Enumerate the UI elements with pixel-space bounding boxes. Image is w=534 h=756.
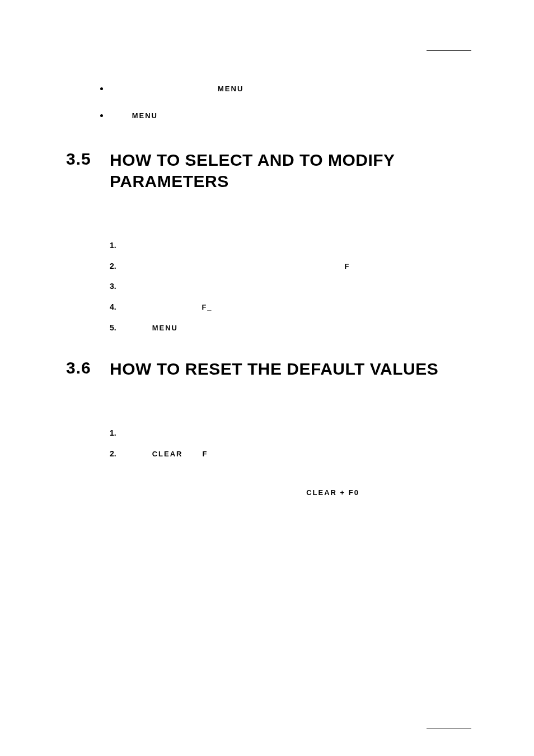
- section-title: HOW TO SELECT AND TO MODIFY PARAMETERS: [110, 150, 471, 192]
- text: To reset ALL the parameters of the selec…: [110, 488, 306, 497]
- section-number: 3.6: [66, 358, 110, 380]
- text: Scroll the list of parameters using the …: [130, 262, 345, 270]
- reset-all-note: To reset ALL the parameters of the selec…: [110, 485, 471, 500]
- text: then: [182, 449, 202, 458]
- document-page: To go back one level press the MENU key.…: [0, 0, 534, 756]
- text: Confirm by pressing: [130, 302, 202, 311]
- text: repeatedly to exit setup.: [158, 111, 243, 120]
- text: Press: [130, 323, 152, 332]
- clear-key-label: CLEAR: [152, 450, 183, 458]
- f-key-label: F: [203, 450, 208, 458]
- section-3-6-heading: 3.6 HOW TO RESET THE DEFAULT VALUES: [66, 358, 471, 380]
- text: Press: [110, 111, 132, 120]
- steps-list-3-6: Enter setup and select the desired menu.…: [110, 426, 471, 461]
- step-item: Scroll the list of parameters using the …: [110, 259, 471, 274]
- step-item: Confirm by pressing F_ to store the valu…: [110, 300, 471, 315]
- step-item: Press MENU to return to the previous lev…: [110, 320, 471, 335]
- text: Enter the new value using the numeric ke…: [130, 282, 293, 291]
- step-item: Press CLEAR then F to reset the paramete…: [110, 446, 471, 461]
- header-rule: [427, 50, 471, 51]
- footer-rule: [427, 729, 471, 729]
- page-content: To go back one level press the MENU key.…: [66, 78, 471, 500]
- step-item: Enter the new value using the numeric ke…: [110, 279, 471, 294]
- text: to store the value.: [213, 302, 277, 311]
- section-3-5-heading: 3.5 HOW TO SELECT AND TO MODIFY PARAMETE…: [66, 150, 471, 192]
- step-item: Enter setup and select the desired menu.: [110, 238, 471, 253]
- text: Enter setup and select the desired menu.: [130, 241, 273, 250]
- section-intro: To select and modify a parameter proceed…: [110, 212, 471, 227]
- text: key.: [350, 262, 367, 270]
- text: key.: [243, 84, 260, 93]
- text: .: [359, 488, 362, 497]
- steps-list-3-5: Enter setup and select the desired menu.…: [110, 238, 471, 335]
- top-bullet-list: To go back one level press the MENU key.…: [110, 78, 471, 123]
- step-item: Enter setup and select the desired menu.: [110, 426, 471, 441]
- menu-key-label: MENU: [132, 111, 158, 120]
- menu-key-label: MENU: [152, 324, 178, 332]
- section-title: HOW TO RESET THE DEFAULT VALUES: [110, 358, 438, 380]
- text: Press: [130, 449, 152, 458]
- clear-f0-key-label: CLEAR + F0: [306, 488, 359, 497]
- bullet-item: To go back one level press the MENU key.: [110, 78, 471, 96]
- section-number: 3.5: [66, 150, 110, 192]
- text: Enter setup and select the desired menu.: [130, 428, 273, 437]
- text: to return to the previous level.: [178, 323, 283, 332]
- section-intro: To reset the default values proceed as f…: [110, 400, 471, 415]
- text: To go back one level press the: [110, 84, 218, 93]
- text: to reset the parameter.: [208, 449, 289, 458]
- menu-key-label: MENU: [218, 85, 243, 93]
- bullet-item: Press MENU repeatedly to exit setup.: [110, 105, 471, 123]
- f-key-label: F: [345, 262, 350, 270]
- f-underscore-key-label: F_: [202, 303, 212, 311]
